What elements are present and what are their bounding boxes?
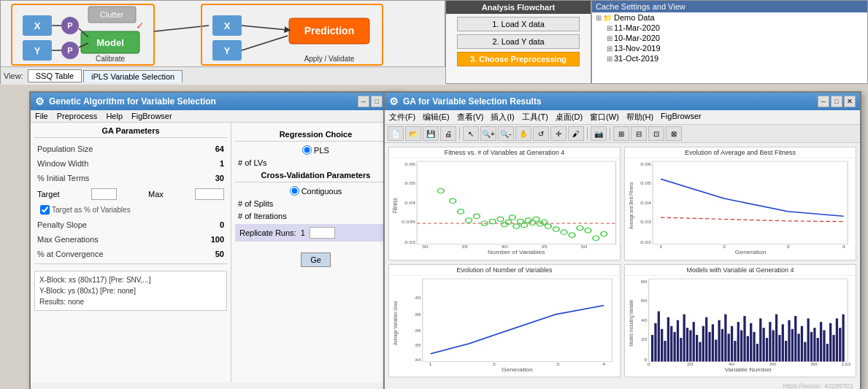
- svg-text:1: 1: [659, 244, 663, 249]
- svg-rect-111: [661, 328, 663, 361]
- target-pct-checkbox[interactable]: [40, 205, 50, 215]
- svg-text:50: 50: [581, 244, 588, 249]
- results-close-btn[interactable]: ✕: [844, 96, 856, 107]
- svg-line-27: [242, 36, 288, 50]
- contiguous-radio[interactable]: [290, 186, 299, 196]
- maximize-btn[interactable]: □: [371, 96, 383, 107]
- replicate-input[interactable]: 1: [310, 227, 335, 239]
- menu-file[interactable]: File: [35, 112, 48, 120]
- svg-text:0.03: 0.03: [404, 240, 415, 244]
- population-size-row: Population Size 64: [34, 144, 227, 154]
- load-x-btn[interactable]: 1. Load X data: [457, 17, 580, 31]
- zoom-out-btn[interactable]: 🔍-: [498, 126, 514, 141]
- svg-text:Number of Variables: Number of Variables: [488, 250, 545, 255]
- svg-rect-135: [737, 322, 740, 361]
- layout-btn2[interactable]: ⊟: [631, 126, 647, 141]
- tree-item-nov2019[interactable]: ⊞ 13-Nov-2019: [592, 43, 867, 53]
- tree-item-mar2020a[interactable]: ⊞ 11-Mar-2020: [592, 23, 867, 33]
- tree-item-label: 11-Mar-2020: [614, 23, 660, 32]
- tree-item-demo[interactable]: ⊞ 📁 Demo Data: [592, 12, 867, 23]
- splits-label: # of Splits: [238, 199, 273, 208]
- ga-params-title: GA Parameters: [34, 126, 227, 138]
- tree-item-oct2019[interactable]: ⊞ 31-Oct-2019: [592, 53, 867, 63]
- svg-text:36: 36: [415, 328, 421, 332]
- menu-figbrowser-cn[interactable]: FigBrowser: [661, 112, 702, 123]
- svg-text:Y: Y: [34, 45, 41, 56]
- svg-text:Generation: Generation: [735, 250, 767, 255]
- population-size-label: Population Size: [37, 145, 93, 153]
- view-label: View:: [4, 72, 23, 80]
- minimize-btn[interactable]: ─: [358, 96, 369, 107]
- max-gen-value: 100: [211, 235, 224, 244]
- svg-rect-82: [423, 279, 612, 361]
- menu-window-cn[interactable]: 窗口(W): [590, 112, 619, 123]
- load-y-btn[interactable]: 2. Load Y data: [457, 34, 580, 49]
- svg-rect-161: [820, 322, 822, 361]
- lv-label: # of LVs: [238, 158, 267, 167]
- chart-models-var: Models with Variable at Generation 4 Mod…: [624, 264, 856, 378]
- checkbox-label: Target as % of Variables: [52, 206, 131, 214]
- chart1-inner: Fitness Number of Variables 0.03 0.035 0…: [389, 158, 620, 256]
- svg-text:1: 1: [429, 361, 433, 366]
- svg-rect-144: [766, 337, 768, 361]
- cache-panel-header: Cache Settings and View: [592, 1, 867, 12]
- svg-text:2: 2: [723, 244, 726, 249]
- menu-figbrowser[interactable]: FigBrowser: [131, 112, 172, 120]
- brush-btn[interactable]: 🖌: [568, 126, 584, 141]
- layout-btn4[interactable]: ⊠: [666, 126, 682, 141]
- checkbox-row: Target as % of Variables: [40, 205, 227, 215]
- svg-text:0.05: 0.05: [404, 181, 415, 185]
- hand-btn[interactable]: ✋: [515, 126, 531, 141]
- target-input[interactable]: 0: [91, 188, 117, 200]
- svg-line-22: [154, 26, 209, 31]
- expand-icon-5: ⊞: [607, 55, 612, 63]
- svg-text:Model: Model: [96, 37, 124, 48]
- menu-help[interactable]: Help: [106, 112, 123, 120]
- menu-help-cn[interactable]: 帮助(H): [626, 112, 653, 123]
- svg-rect-70: [653, 161, 848, 244]
- ga-window: ⚙ Genetic Algorithm for Variable Selecti…: [29, 91, 402, 389]
- pct-initial-row: % Initial Terms 30: [34, 173, 227, 183]
- svg-text:0.06: 0.06: [640, 162, 651, 166]
- svg-text:0.02: 0.02: [640, 240, 651, 244]
- select-btn[interactable]: ↖: [463, 126, 479, 141]
- pls-label: PLS: [314, 146, 329, 155]
- print-btn[interactable]: 🖨: [440, 126, 456, 141]
- max-input[interactable]: 100: [195, 188, 224, 200]
- view-bar: View: SSQ Table iPLS Variable Selection: [1, 66, 446, 85]
- camera-btn[interactable]: 📷: [591, 126, 607, 141]
- svg-rect-123: [699, 342, 701, 361]
- layout-btn3[interactable]: ⊡: [648, 126, 664, 141]
- menu-view-cn[interactable]: 查看(V): [457, 112, 484, 123]
- tree-item-label: Demo Data: [614, 13, 655, 22]
- svg-text:80: 80: [641, 279, 648, 283]
- tree-item-mar2020b[interactable]: ⊞ 10-Mar-2020: [592, 33, 867, 43]
- layout-btn1[interactable]: ⊞: [613, 126, 629, 141]
- menu-file-cn[interactable]: 文件(F): [389, 112, 415, 123]
- zoom-in-btn[interactable]: 🔍+: [480, 126, 496, 141]
- results-maximize-btn[interactable]: □: [831, 96, 842, 107]
- rotate-btn[interactable]: ↺: [533, 126, 549, 141]
- menu-edit-cn[interactable]: 编辑(E): [423, 112, 450, 123]
- menu-tools-cn[interactable]: 工具(T): [522, 112, 548, 123]
- svg-rect-165: [832, 334, 834, 361]
- menu-desktop-cn[interactable]: 桌面(D): [556, 112, 583, 123]
- splits-row: # of Splits 5: [238, 199, 393, 208]
- ga-results-titlebar: ⚙ GA for Variable Selection Results ─ □ …: [385, 93, 860, 110]
- tab-ssq-table[interactable]: SSQ Table: [28, 69, 82, 82]
- menu-insert-cn[interactable]: 插入(I): [491, 112, 514, 123]
- ga-bottom-button[interactable]: Ge: [301, 253, 331, 267]
- results-minimize-btn[interactable]: ─: [818, 96, 829, 107]
- svg-rect-124: [702, 326, 704, 361]
- data-cursor-btn[interactable]: ✛: [550, 126, 566, 141]
- choose-preprocessing-btn[interactable]: 3. Choose Preprocessing: [457, 52, 580, 66]
- svg-rect-147: [775, 314, 777, 361]
- svg-text:Y: Y: [224, 45, 231, 56]
- svg-rect-159: [813, 328, 815, 361]
- save-btn[interactable]: 💾: [423, 126, 439, 141]
- tab-ipls[interactable]: iPLS Variable Selection: [83, 70, 183, 82]
- menu-preprocess[interactable]: Preprocess: [57, 112, 98, 120]
- new-btn[interactable]: 📄: [388, 126, 404, 141]
- open-btn[interactable]: 📂: [405, 126, 421, 141]
- pls-radio[interactable]: [302, 145, 312, 155]
